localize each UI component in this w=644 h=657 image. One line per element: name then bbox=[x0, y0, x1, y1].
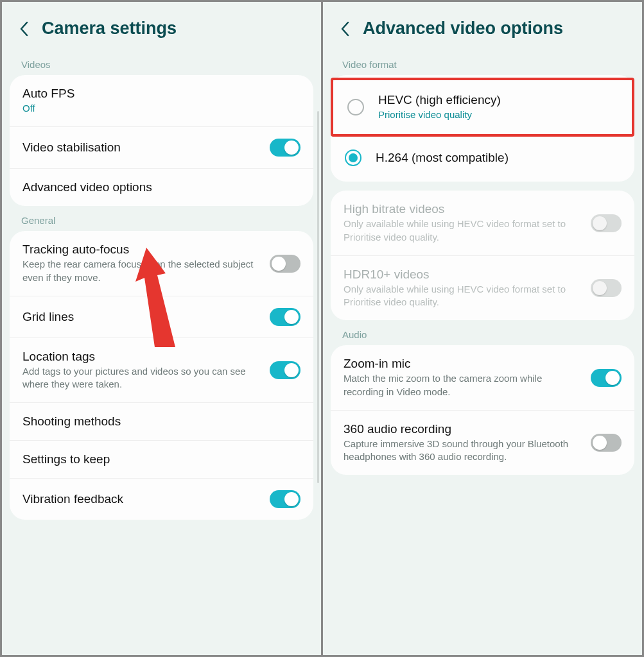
location-tags-desc: Add tags to your pictures and videos so … bbox=[22, 365, 261, 391]
hdr10-row: HDR10+ videos Only available while using… bbox=[331, 256, 634, 321]
hdr10-toggle bbox=[591, 279, 622, 297]
grid-lines-row[interactable]: Grid lines bbox=[10, 296, 313, 338]
settings-to-keep-row[interactable]: Settings to keep bbox=[10, 441, 313, 479]
h264-title: H.264 (most compatible) bbox=[376, 151, 620, 165]
tracking-autofocus-toggle[interactable] bbox=[270, 255, 300, 273]
high-bitrate-row: High bitrate videos Only available while… bbox=[331, 191, 634, 256]
hevc-row[interactable]: HEVC (high efficiency) Prioritise video … bbox=[333, 80, 632, 134]
scrollbar[interactable] bbox=[317, 111, 319, 483]
vibration-feedback-title: Vibration feedback bbox=[22, 492, 261, 506]
video-stabilisation-row[interactable]: Video stabilisation bbox=[10, 127, 313, 169]
hevc-sub: Prioritise video quality bbox=[378, 108, 618, 121]
zoom-mic-toggle[interactable] bbox=[591, 369, 622, 387]
audio-360-row[interactable]: 360 audio recording Capture immersive 3D… bbox=[331, 411, 634, 475]
vibration-feedback-row[interactable]: Vibration feedback bbox=[10, 479, 313, 520]
zoom-mic-desc: Match the mic zoom to the camera zoom wh… bbox=[344, 372, 582, 398]
advanced-video-options-row[interactable]: Advanced video options bbox=[10, 169, 313, 206]
video-format-card: HEVC (high efficiency) Prioritise video … bbox=[331, 75, 634, 182]
video-stabilisation-toggle[interactable] bbox=[270, 139, 300, 157]
section-label-videos: Videos bbox=[2, 50, 321, 75]
section-label-video-format: Video format bbox=[323, 50, 642, 75]
grid-lines-title: Grid lines bbox=[22, 310, 261, 324]
h264-radio[interactable] bbox=[345, 149, 361, 166]
tracking-autofocus-title: Tracking auto-focus bbox=[22, 243, 261, 257]
zoom-mic-title: Zoom-in mic bbox=[344, 357, 582, 371]
location-tags-row[interactable]: Location tags Add tags to your pictures … bbox=[10, 338, 313, 404]
tracking-autofocus-desc: Keep the rear camera focused on the sele… bbox=[22, 258, 261, 284]
grid-lines-toggle[interactable] bbox=[270, 308, 300, 326]
header: Camera settings bbox=[2, 2, 321, 50]
hevc-highlight: HEVC (high efficiency) Prioritise video … bbox=[331, 78, 634, 137]
header: Advanced video options bbox=[323, 2, 642, 50]
advanced-video-options-screen: Advanced video options Video format HEVC… bbox=[323, 2, 642, 655]
high-bitrate-title: High bitrate videos bbox=[344, 202, 582, 216]
back-icon[interactable] bbox=[17, 22, 30, 35]
video-extras-card: High bitrate videos Only available while… bbox=[331, 191, 634, 320]
page-title: Camera settings bbox=[42, 19, 177, 38]
audio-360-toggle[interactable] bbox=[591, 434, 622, 452]
videos-card: Auto FPS Off Video stabilisation Advance… bbox=[10, 75, 313, 206]
video-stabilisation-title: Video stabilisation bbox=[22, 141, 261, 155]
shooting-methods-row[interactable]: Shooting methods bbox=[10, 403, 313, 441]
shooting-methods-title: Shooting methods bbox=[22, 414, 300, 429]
settings-to-keep-title: Settings to keep bbox=[22, 452, 300, 466]
camera-settings-screen: Camera settings Videos Auto FPS Off Vide… bbox=[2, 2, 321, 655]
zoom-mic-row[interactable]: Zoom-in mic Match the mic zoom to the ca… bbox=[331, 345, 634, 411]
tracking-autofocus-row[interactable]: Tracking auto-focus Keep the rear camera… bbox=[10, 231, 313, 296]
page-title: Advanced video options bbox=[363, 19, 563, 38]
audio-360-desc: Capture immersive 3D sound through your … bbox=[344, 438, 582, 464]
section-label-audio: Audio bbox=[323, 320, 642, 345]
location-tags-title: Location tags bbox=[22, 350, 261, 364]
general-card: Tracking auto-focus Keep the rear camera… bbox=[10, 231, 313, 520]
auto-fps-value: Off bbox=[22, 102, 300, 115]
auto-fps-row[interactable]: Auto FPS Off bbox=[10, 75, 313, 127]
hevc-title: HEVC (high efficiency) bbox=[378, 93, 618, 107]
auto-fps-title: Auto FPS bbox=[22, 87, 300, 101]
vibration-feedback-toggle[interactable] bbox=[270, 490, 300, 508]
hdr10-title: HDR10+ videos bbox=[344, 268, 582, 282]
section-label-general: General bbox=[2, 206, 321, 231]
h264-row[interactable]: H.264 (most compatible) bbox=[331, 137, 634, 179]
audio-card: Zoom-in mic Match the mic zoom to the ca… bbox=[331, 345, 634, 475]
audio-360-title: 360 audio recording bbox=[344, 422, 582, 436]
back-icon[interactable] bbox=[338, 22, 351, 35]
advanced-video-options-title: Advanced video options bbox=[22, 180, 300, 194]
high-bitrate-desc: Only available while using HEVC video fo… bbox=[344, 218, 582, 244]
hevc-radio[interactable] bbox=[347, 99, 364, 115]
high-bitrate-toggle bbox=[591, 214, 622, 232]
location-tags-toggle[interactable] bbox=[270, 361, 300, 379]
hdr10-desc: Only available while using HEVC video fo… bbox=[344, 283, 582, 309]
